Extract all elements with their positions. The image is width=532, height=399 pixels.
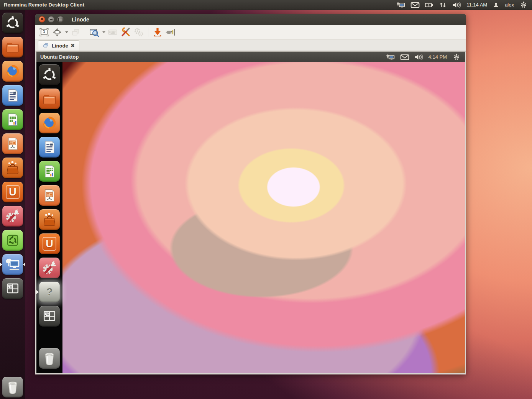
launcher-item-ubuntu-dash[interactable] <box>36 64 62 85</box>
launcher-item-software-center[interactable] <box>0 158 25 178</box>
username-label[interactable]: alex <box>505 2 514 8</box>
window-close-button[interactable]: ✖ <box>39 16 45 23</box>
launcher-item-remmina[interactable] <box>0 254 25 275</box>
launcher-item-libreoffice-writer[interactable] <box>0 85 25 106</box>
launcher-item-ubuntu-one[interactable]: U <box>36 233 62 254</box>
host-top-panel: Remmina Remote Desktop Client 11:14 AM a… <box>0 0 532 10</box>
remmina-icon <box>2 254 23 275</box>
remote-desktop-indicator-icon[interactable] <box>386 54 395 61</box>
launcher-item-home-folder[interactable] <box>0 37 25 57</box>
remote-unity-launcher: U ? <box>36 62 62 373</box>
focused-indicator-arrow <box>36 290 39 294</box>
messaging-menu-icon[interactable] <box>400 54 409 61</box>
sound-indicator-icon[interactable] <box>452 2 461 8</box>
launcher-item-ubuntu-one[interactable]: U <box>0 182 25 202</box>
toolbar-separator <box>148 28 148 37</box>
tab-window-icon <box>43 43 49 49</box>
libreoffice-impress-icon <box>39 185 60 206</box>
remote-desktop-indicator-icon[interactable] <box>396 2 406 8</box>
launcher-item-software-updater[interactable] <box>0 230 25 251</box>
toolbar-separator <box>85 28 85 37</box>
system-settings-icon <box>2 206 23 227</box>
launcher-item-firefox[interactable] <box>36 113 62 133</box>
preferences-tools-button[interactable] <box>120 26 131 38</box>
window-title: Linode <box>72 16 89 23</box>
tab-close-icon[interactable]: ✖ <box>71 43 75 48</box>
launcher-item-libreoffice-calc[interactable] <box>0 109 25 130</box>
ubuntu-one-letter: U <box>9 187 16 197</box>
libreoffice-calc-icon <box>2 109 23 130</box>
fit-window-button[interactable] <box>51 26 63 38</box>
connection-tabbar: Linode ✖ <box>35 39 466 51</box>
ubuntu-dash-icon <box>39 64 60 85</box>
question-mark-glyph: ? <box>46 287 53 297</box>
home-folder-icon <box>39 89 60 109</box>
libreoffice-writer-icon <box>2 85 23 106</box>
libreoffice-calc-icon <box>39 161 60 182</box>
sound-indicator-icon[interactable] <box>414 54 424 61</box>
messaging-menu-icon[interactable] <box>410 2 420 8</box>
launcher-item-trash[interactable] <box>36 348 62 369</box>
host-clock[interactable]: 11:14 AM <box>466 2 487 8</box>
tab-linode[interactable]: Linode ✖ <box>38 40 79 51</box>
launcher-item-trash[interactable] <box>0 377 25 397</box>
software-center-icon <box>39 209 60 230</box>
system-settings-icon <box>39 258 60 278</box>
window-maximize-button[interactable] <box>57 16 64 23</box>
host-panel-app-title: Remmina Remote Desktop Client <box>0 2 84 8</box>
focused-indicator-arrow <box>23 263 25 266</box>
launcher-item-libreoffice-impress[interactable] <box>36 185 62 206</box>
firefox-icon <box>2 61 23 82</box>
launcher-item-firefox[interactable] <box>0 61 25 82</box>
remmina-window: ✖ Linode 1 Linode ✖ Ubuntu Deskt <box>35 14 466 374</box>
user-icon[interactable] <box>492 2 500 8</box>
scaled-mode-dropdown-caret[interactable] <box>102 31 105 33</box>
launcher-item-home-folder[interactable] <box>36 89 62 109</box>
host-unity-launcher: U <box>0 10 25 399</box>
screenshot-button[interactable] <box>152 26 163 38</box>
remote-panel-title: Ubuntu Desktop <box>36 54 79 60</box>
launcher-item-system-settings[interactable] <box>0 206 25 227</box>
libreoffice-writer-icon <box>39 137 60 158</box>
launcher-item-unknown-window[interactable]: ? <box>36 282 62 302</box>
unknown-window-icon: ? <box>39 282 60 302</box>
battery-indicator-icon[interactable] <box>425 2 434 8</box>
ubuntu-dash-icon <box>2 13 23 33</box>
launcher-item-system-settings[interactable] <box>36 258 62 278</box>
ubuntu-one-icon: U <box>2 182 23 202</box>
session-gear-icon[interactable] <box>452 53 461 61</box>
window-titlebar[interactable]: ✖ Linode <box>35 14 466 25</box>
launcher-item-libreoffice-calc[interactable] <box>36 161 62 182</box>
launcher-item-workspace-switcher[interactable] <box>36 306 62 327</box>
session-gear-icon[interactable] <box>519 1 528 8</box>
trash-icon <box>39 348 60 369</box>
launcher-item-workspace-switcher[interactable] <box>0 278 25 299</box>
grab-keyboard-button <box>107 26 118 38</box>
toggle-fullscreen-button[interactable]: 1 <box>38 26 50 38</box>
disconnect-button[interactable] <box>165 26 176 38</box>
window-minimize-button[interactable] <box>48 16 54 23</box>
fit-window-dropdown-caret[interactable] <box>65 31 68 33</box>
software-center-icon <box>2 158 23 178</box>
launcher-item-libreoffice-impress[interactable] <box>0 133 25 154</box>
scaled-mode-button[interactable] <box>89 26 100 38</box>
launcher-item-ubuntu-dash[interactable] <box>0 13 25 33</box>
remote-view-frame: Ubuntu Desktop 4:14 PM U <box>35 51 466 374</box>
remote-desktop-screen[interactable]: Ubuntu Desktop 4:14 PM U <box>36 52 465 373</box>
remote-top-panel: Ubuntu Desktop 4:14 PM <box>36 52 465 62</box>
host-tray: 11:14 AM alex <box>396 1 532 8</box>
launcher-item-software-center[interactable] <box>36 209 62 230</box>
ubuntu-one-icon: U <box>39 233 60 254</box>
launcher-item-libreoffice-writer[interactable] <box>36 137 62 158</box>
ubuntu-one-letter: U <box>46 239 53 249</box>
remote-clock[interactable]: 4:14 PM <box>429 54 447 60</box>
running-indicator-arrow <box>0 263 2 266</box>
duplicate-connection-button <box>70 26 81 38</box>
libreoffice-impress-icon <box>2 133 23 154</box>
trash-icon <box>2 377 23 397</box>
host-desktop: { "host_panel": { "title": "Remmina Remo… <box>0 0 532 399</box>
tab-label: Linode <box>52 43 68 49</box>
network-sync-indicator-icon[interactable] <box>439 2 447 8</box>
remmina-toolbar: 1 <box>35 25 466 39</box>
plugins-button <box>133 26 144 38</box>
